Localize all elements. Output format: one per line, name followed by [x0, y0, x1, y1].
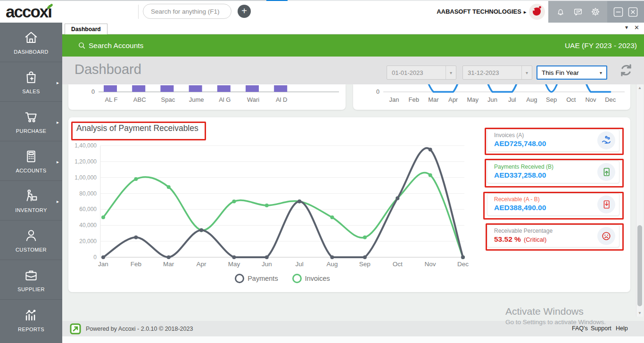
mini-line-chart: 0JanFebMarAprMayJunJulAugSepOctNovDec — [353, 84, 630, 110]
vertical-scrollbar[interactable]: ▲ ▼ — [636, 84, 643, 317]
mini-line-chart-card[interactable]: 0JanFebMarAprMayJunJulAugSepOctNovDec — [353, 84, 630, 110]
topbar-icon-strip — [548, 1, 607, 23]
mini-bar-chart-card[interactable]: 0AL FABCSpacJumeAl GWariAl D — [68, 84, 346, 110]
sidebar-label: INVENTORY — [15, 207, 47, 213]
support-link[interactable]: Support — [591, 325, 611, 332]
chevron-down-icon: ▾ — [600, 70, 602, 75]
search-accounts-button[interactable]: Search Accounts — [78, 41, 143, 50]
svg-text:Dec: Dec — [457, 261, 469, 268]
global-search[interactable] — [143, 4, 231, 19]
date-from-input[interactable] — [387, 69, 446, 77]
bar-chart-icon — [23, 307, 39, 323]
svg-text:80,000: 80,000 — [79, 190, 97, 197]
sidebar-item-accounts[interactable]: ACCOUNTS ▸ — [0, 141, 62, 181]
card-arrow-up-icon — [597, 163, 615, 181]
sad-face-icon — [597, 227, 615, 245]
tab-dashboard[interactable]: Dashboard — [65, 24, 107, 35]
svg-text:Feb: Feb — [131, 261, 141, 268]
sidebar-label: DASHBOARD — [14, 49, 48, 55]
svg-text:1,20,000: 1,20,000 — [74, 158, 97, 165]
svg-text:Wari: Wari — [247, 96, 259, 103]
shopping-cart-icon — [23, 109, 39, 125]
app-window: accoxi + AABASOFT TECHNOLOGIES▸ — [0, 0, 644, 343]
svg-text:Mar: Mar — [428, 96, 439, 103]
app-logo: accoxi — [6, 1, 51, 23]
refresh-icon[interactable] — [619, 63, 634, 78]
sidebar-item-inventory[interactable]: INVENTORY ▸ — [0, 181, 62, 220]
summary-label: Invoices (A) — [494, 132, 524, 139]
chevron-right-icon: ▸ — [57, 159, 59, 164]
window-bottom-strip — [62, 336, 644, 343]
sidebar-item-sales[interactable]: SALES ▸ — [0, 62, 62, 102]
chevron-right-icon: ▸ — [57, 120, 59, 125]
chevron-down-icon[interactable]: ▾ — [446, 66, 456, 79]
help-link[interactable]: Help — [616, 325, 628, 332]
scroll-down-icon[interactable]: ▼ — [636, 311, 643, 315]
faq-link[interactable]: FAQ's — [572, 325, 588, 332]
window-controls — [607, 1, 644, 23]
summary-value: AED337,258.00 — [494, 171, 546, 180]
date-to-input[interactable] — [463, 69, 521, 77]
sidebar-item-reports[interactable]: REPORTS — [0, 300, 62, 339]
inventory-trolley-icon — [23, 188, 39, 204]
briefcase-icon — [23, 267, 39, 283]
minimize-window-icon[interactable] — [613, 7, 623, 17]
svg-text:ABC: ABC — [133, 96, 146, 103]
svg-text:Jun: Jun — [262, 261, 272, 268]
date-from-field[interactable]: ▾ — [387, 65, 456, 80]
svg-text:20,000: 20,000 — [79, 238, 97, 245]
period-select[interactable]: This Fin Year ▾ — [537, 65, 607, 80]
payments-received-summary-card[interactable]: Payments Received (B) AED337,258.00 — [487, 161, 619, 183]
activate-windows-watermark-sub: Go to Settings to activate Windows. — [505, 318, 606, 326]
company-avatar[interactable] — [529, 4, 545, 20]
quick-add-button[interactable]: + — [238, 5, 251, 18]
shopping-bag-icon — [23, 69, 39, 85]
payments-legend-marker — [235, 274, 244, 283]
svg-text:May: May — [228, 261, 240, 268]
close-window-icon[interactable] — [628, 7, 638, 17]
global-search-input[interactable] — [150, 8, 235, 16]
scrollbar-thumb[interactable] — [637, 225, 642, 306]
date-to-field[interactable]: ▾ — [462, 65, 532, 80]
svg-text:0: 0 — [376, 89, 380, 95]
svg-text:Apr: Apr — [197, 261, 207, 268]
search-icon — [78, 41, 86, 49]
tab-close-icon[interactable]: ✕ — [634, 24, 639, 31]
invoices-summary-card[interactable]: Invoices (A) AED725,748.00 — [487, 129, 619, 152]
sidebar-item-dashboard[interactable]: DASHBOARD — [0, 23, 62, 62]
legend-item-payments[interactable]: Payments — [235, 274, 278, 283]
settings-gear-icon[interactable] — [590, 7, 601, 17]
svg-text:1,00,000: 1,00,000 — [74, 174, 97, 181]
svg-text:Jul: Jul — [296, 261, 304, 268]
receivable-percentage-summary-card[interactable]: Receivable Percentage 53.52 %(Critical) — [487, 225, 619, 247]
sidebar-label: PURCHASE — [16, 128, 46, 134]
tab-list-dropdown-icon[interactable]: ▾ — [625, 24, 628, 31]
summary-value: 53.52 %(Critical) — [494, 235, 546, 244]
svg-text:Jume: Jume — [189, 96, 204, 103]
period-select-value: This Fin Year — [542, 69, 579, 76]
sidebar-item-purchase[interactable]: PURCHASE ▸ — [0, 102, 62, 141]
svg-text:Feb: Feb — [408, 96, 419, 103]
sidebar-item-customer[interactable]: CUSTOMER — [0, 220, 62, 260]
svg-text:Nov: Nov — [425, 261, 436, 268]
notifications-bell-icon[interactable] — [555, 7, 566, 17]
receivable-summary-card[interactable]: Receivable (A - B) AED388,490.00 — [487, 193, 619, 216]
svg-text:1,40,000: 1,40,000 — [74, 142, 97, 149]
scroll-up-icon[interactable]: ▲ — [636, 86, 643, 90]
company-selector[interactable]: AABASOFT TECHNOLOGIES▸ — [415, 1, 526, 23]
summary-value: AED388,490.00 — [494, 204, 546, 212]
mini-bar-chart: 0AL FABCSpacJumeAl GWariAl D — [68, 84, 346, 110]
svg-text:Nov: Nov — [585, 96, 596, 103]
company-name: AABASOFT TECHNOLOGIES — [437, 8, 521, 15]
card-arrow-down-icon — [597, 196, 615, 213]
sidebar: DASHBOARD SALES ▸ PURCHASE ▸ ACCOUNTS ▸ … — [0, 23, 62, 343]
chevron-down-icon[interactable]: ▾ — [521, 66, 532, 79]
messages-icon[interactable] — [573, 7, 583, 17]
svg-text:60,000: 60,000 — [79, 206, 97, 212]
legend-item-invoices[interactable]: Invoices — [292, 274, 330, 283]
sidebar-item-supplier[interactable]: SUPPLIER — [0, 260, 62, 300]
svg-text:Jul: Jul — [508, 96, 516, 103]
svg-text:Jun: Jun — [487, 96, 497, 103]
svg-text:May: May — [467, 96, 479, 103]
activate-windows-watermark: Activate Windows — [505, 306, 584, 317]
